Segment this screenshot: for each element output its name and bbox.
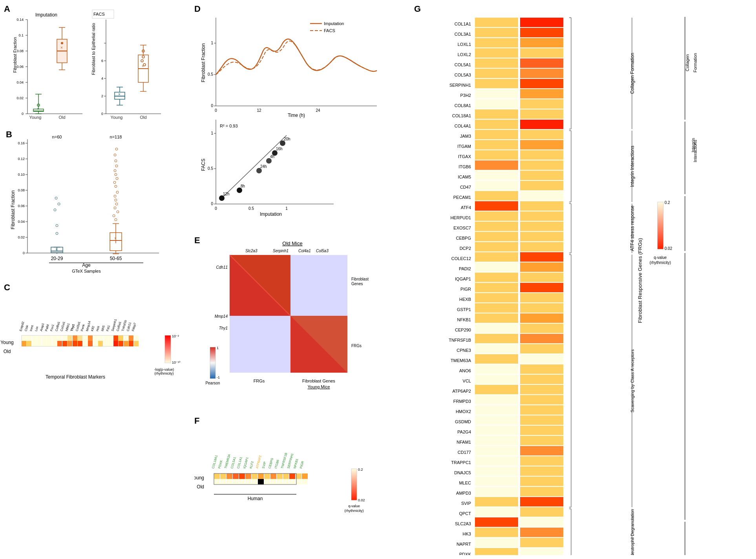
- svg-rect-266: [233, 479, 239, 484]
- c-x-label: Temporal Fibroblast Markers: [46, 374, 105, 380]
- gene-col3a1: COL3A1: [455, 32, 471, 36]
- svg-text:×: ×: [37, 107, 39, 111]
- g-colorbar-title2: (rhythmicity): [650, 260, 671, 265]
- svg-point-80: [56, 224, 58, 227]
- panel-g: G Young Old Fibroblast Responsive Genes …: [412, 4, 754, 555]
- svg-rect-334: [475, 262, 518, 272]
- young-label-facs: Young: [111, 115, 123, 120]
- legend-imputation-text: Imputation: [324, 21, 344, 26]
- svg-rect-364: [475, 415, 518, 425]
- svg-text:2: 2: [101, 94, 103, 98]
- svg-rect-353: [520, 354, 563, 364]
- svg-rect-172: [108, 341, 113, 346]
- svg-text:0.16: 0.16: [18, 141, 25, 145]
- svg-rect-346: [475, 324, 518, 333]
- svg-rect-272: [270, 479, 276, 484]
- svg-text:×: ×: [55, 247, 58, 251]
- svg-text:Penk: Penk: [80, 324, 86, 332]
- gene-col5a3: COL5A3: [455, 73, 471, 77]
- tick-01: 0.1: [18, 33, 24, 37]
- gtex-label: GTeX Samples: [72, 269, 101, 273]
- label-8h: 8h: [241, 184, 245, 188]
- svg-text:TMEM63A: TMEM63A: [224, 453, 231, 469]
- svg-rect-164: [68, 341, 72, 346]
- f-colorbar-subtitle: (rhythmicity): [345, 509, 364, 513]
- svg-rect-169: [93, 341, 98, 346]
- svg-point-93: [117, 211, 119, 213]
- svg-rect-367: [520, 426, 563, 435]
- svg-rect-155: [22, 341, 26, 346]
- svg-rect-326: [475, 222, 518, 231]
- svg-rect-173: [113, 341, 118, 346]
- svg-text:Thy1: Thy1: [70, 324, 75, 332]
- gene-ampd3: AMPD3: [456, 491, 471, 495]
- gene-atf4: ATF4: [461, 205, 471, 210]
- svg-rect-325: [520, 211, 563, 221]
- gene-pecam1: PECAM1: [453, 195, 471, 200]
- svg-rect-339: [520, 283, 563, 292]
- svg-rect-390: [475, 548, 518, 555]
- svg-text:0: 0: [211, 104, 213, 108]
- svg-rect-161: [52, 341, 57, 346]
- svg-rect-374: [475, 466, 518, 476]
- svg-rect-349: [520, 334, 563, 343]
- g-colorbar-title1: q-value: [654, 255, 667, 260]
- svg-rect-249: [220, 473, 226, 479]
- gene-pdxk: PDXK: [459, 552, 471, 555]
- svg-rect-386: [475, 528, 518, 537]
- collagen-label2: Formation: [693, 53, 698, 73]
- svg-rect-392: [657, 202, 663, 249]
- gene-hk3: HK3: [463, 532, 471, 536]
- svg-point-102: [115, 173, 117, 176]
- svg-rect-383: [520, 507, 563, 517]
- svg-rect-175: [124, 341, 128, 346]
- svg-rect-313: [520, 150, 563, 160]
- label-16h: 16h: [276, 147, 283, 151]
- panel-a: A Imputation Fibroblast Fraction 0 0.02 …: [4, 4, 184, 129]
- gene-tnfrsf1b: TNFRSF1B: [449, 338, 471, 342]
- svg-text:Hck: Hck: [95, 325, 100, 332]
- f-colorbar-title: q-value: [348, 504, 360, 508]
- n60-label: n=60: [52, 135, 62, 139]
- svg-point-94: [114, 207, 116, 209]
- svg-text:×: ×: [118, 92, 121, 97]
- panel-b-chart: Fibroblast Fraction 0 0.02 0.04 0.06 0.0…: [10, 131, 183, 279]
- svg-rect-136: [42, 335, 47, 341]
- svg-rect-291: [520, 38, 563, 47]
- svg-rect-258: [277, 473, 283, 479]
- gene-herpud1: HERPUD1: [450, 215, 471, 220]
- gene-cd177: CD177: [458, 450, 471, 455]
- svg-rect-159: [42, 341, 47, 346]
- colorbar-title-c: -log(p-value): [154, 368, 174, 371]
- svg-rect-356: [475, 375, 518, 384]
- svg-rect-277: [302, 479, 308, 484]
- svg-rect-352: [475, 354, 518, 364]
- svg-rect-273: [277, 479, 283, 484]
- svg-rect-338: [475, 283, 518, 292]
- gene-cep290: CEP290: [455, 328, 471, 332]
- gene-itgax: ITGAX: [458, 154, 471, 159]
- svg-rect-290: [475, 38, 518, 47]
- gene-cpne3: CPNE3: [457, 348, 471, 353]
- svg-rect-321: [520, 191, 563, 200]
- gene-dnajc5: DNAJC5: [454, 470, 471, 475]
- svg-text:PIGR: PIGR: [299, 461, 305, 469]
- gene-pa2g4: PA2G4: [457, 430, 471, 434]
- svg-point-99: [115, 185, 117, 188]
- r-squared-label: R² = 0.93: [220, 124, 238, 128]
- f-colorbar-max: 0.2: [358, 468, 363, 472]
- col4a1-label: Col4a1: [298, 249, 311, 253]
- svg-rect-362: [475, 405, 518, 415]
- scatter-point-16h: [272, 150, 278, 156]
- panel-f-heatmap: COL18A1 PDXK TMEM63A COL5A1 COL1A1 IQGAP…: [194, 418, 402, 551]
- svg-text:CEBPG: CEBPG: [268, 457, 274, 469]
- svg-text:COL5A1: COL5A1: [230, 456, 237, 469]
- svg-rect-263: [214, 479, 220, 484]
- pearson-min: -1: [217, 375, 220, 379]
- gene-col18a1: COL18A1: [452, 113, 471, 118]
- label-20h: 20h: [284, 137, 290, 141]
- panel-a-imputation-chart: Imputation Fibroblast Fraction 0 0.02 0.…: [12, 8, 90, 129]
- old-label-imp: Old: [58, 115, 65, 120]
- svg-rect-335: [520, 262, 563, 272]
- svg-rect-256: [264, 473, 270, 479]
